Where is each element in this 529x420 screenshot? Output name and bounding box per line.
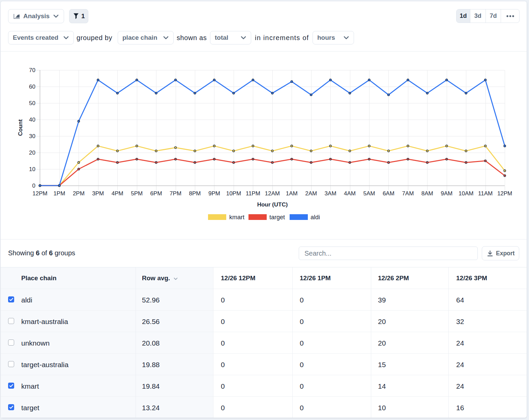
svg-text:2PM: 2PM [73,190,85,197]
svg-text:12PM: 12PM [32,190,47,197]
svg-text:7AM: 7AM [402,190,414,197]
svg-text:70: 70 [29,67,35,73]
svg-text:9AM: 9AM [441,190,452,197]
svg-text:kmart: kmart [229,214,244,221]
svg-text:12PM: 12PM [497,190,512,197]
svg-text:3PM: 3PM [92,190,104,197]
svg-text:10AM: 10AM [459,190,473,197]
svg-text:Count: Count [17,119,24,136]
svg-text:9PM: 9PM [208,190,220,197]
svg-text:4PM: 4PM [112,190,123,197]
svg-text:10: 10 [29,166,35,172]
svg-text:2AM: 2AM [305,190,317,197]
svg-text:Hour (UTC): Hour (UTC) [257,201,288,208]
svg-text:4AM: 4AM [344,190,356,197]
svg-text:11PM: 11PM [246,190,260,197]
svg-text:50: 50 [29,100,35,106]
svg-text:12AM: 12AM [265,190,280,197]
svg-text:target: target [269,214,285,221]
svg-text:40: 40 [29,117,35,123]
svg-text:5AM: 5AM [363,190,375,197]
svg-text:5PM: 5PM [131,190,143,197]
svg-text:aldi: aldi [311,214,320,221]
svg-text:7PM: 7PM [170,190,181,197]
svg-text:11AM: 11AM [478,190,493,197]
svg-text:8AM: 8AM [421,190,433,197]
svg-text:30: 30 [29,133,35,139]
svg-text:60: 60 [29,84,35,90]
svg-text:20: 20 [29,150,35,156]
svg-text:0: 0 [32,183,35,189]
svg-text:6AM: 6AM [383,190,394,197]
svg-text:10PM: 10PM [226,190,241,197]
svg-text:1PM: 1PM [53,190,65,197]
svg-text:1AM: 1AM [286,190,298,197]
svg-text:6PM: 6PM [150,190,162,197]
svg-text:3AM: 3AM [325,190,336,197]
svg-text:8PM: 8PM [189,190,201,197]
